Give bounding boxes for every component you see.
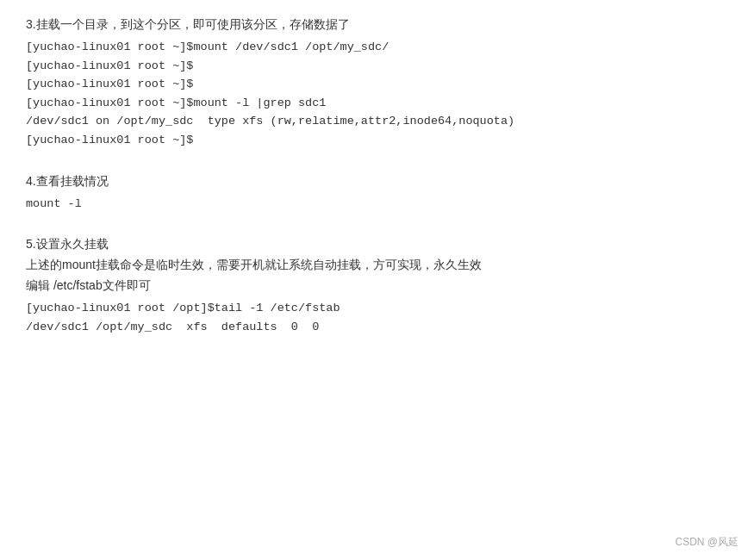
- section-5: 5.设置永久挂载 上述的mount挂载命令是临时生效，需要开机就让系统自动挂载，…: [26, 237, 728, 336]
- section-5-subtitle2: 编辑 /etc/fstab文件即可: [26, 278, 728, 294]
- section-4-title-text: 4.查看挂载情况: [26, 174, 109, 188]
- section-3-title-text: 3.挂载一个目录，到这个分区，即可使用该分区，存储数据了: [26, 17, 350, 31]
- section-3-line-1: [yuchao-linux01 root ~]$mount /dev/sdc1 …: [26, 38, 728, 57]
- section-5-line-1: [yuchao-linux01 root /opt]$tail -1 /etc/…: [26, 299, 728, 318]
- section-5-subtitle2-text: 编辑 /etc/fstab文件即可: [26, 278, 151, 292]
- section-3-title: 3.挂载一个目录，到这个分区，即可使用该分区，存储数据了: [26, 17, 728, 33]
- section-5-subtitle-text: 上述的mount挂载命令是临时生效，需要开机就让系统自动挂载，方可实现，永久生效: [26, 258, 482, 271]
- section-4-title: 4.查看挂载情况: [26, 174, 728, 190]
- section-3-line-4: [yuchao-linux01 root ~]$mount -l |grep s…: [26, 94, 728, 113]
- section-5-title-text: 5.设置永久挂载: [26, 237, 109, 251]
- watermark: CSDN @风延: [675, 535, 738, 550]
- section-4: 4.查看挂载情况 mount -l: [26, 174, 728, 214]
- page-container: 3.挂载一个目录，到这个分区，即可使用该分区，存储数据了 [yuchao-lin…: [0, 0, 754, 560]
- section-3-line-3: [yuchao-linux01 root ~]$: [26, 75, 728, 94]
- section-3-line-5: /dev/sdc1 on /opt/my_sdc type xfs (rw,re…: [26, 112, 728, 131]
- section-3-line-2: [yuchao-linux01 root ~]$: [26, 57, 728, 76]
- section-4-line-1: mount -l: [26, 195, 728, 214]
- section-3-line-6: [yuchao-linux01 root ~]$: [26, 131, 728, 150]
- section-3: 3.挂载一个目录，到这个分区，即可使用该分区，存储数据了 [yuchao-lin…: [26, 17, 728, 150]
- section-5-subtitle: 上述的mount挂载命令是临时生效，需要开机就让系统自动挂载，方可实现，永久生效: [26, 258, 728, 273]
- section-5-title: 5.设置永久挂载: [26, 237, 728, 252]
- watermark-text: CSDN @风延: [675, 536, 738, 548]
- section-5-line-2: /dev/sdc1 /opt/my_sdc xfs defaults 0 0: [26, 318, 728, 337]
